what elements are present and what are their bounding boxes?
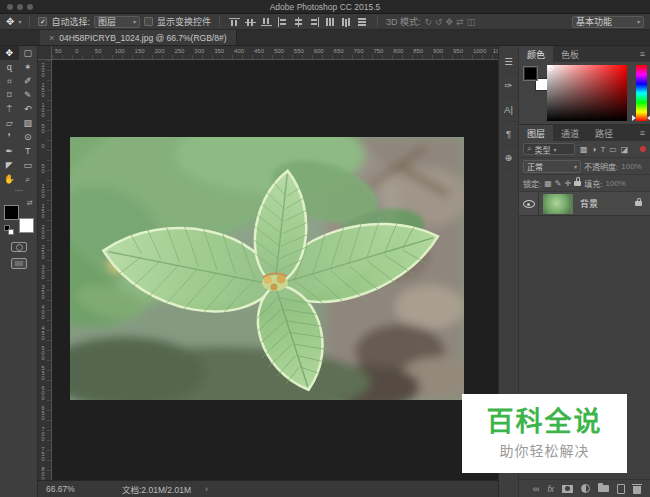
foreground-color-swatch[interactable]	[4, 205, 19, 220]
tab-layers[interactable]: 图层	[519, 125, 553, 141]
tab-paths[interactable]: 路径	[587, 125, 621, 141]
opacity-value[interactable]: 100%	[621, 162, 641, 171]
filter-adjustment-layers-icon[interactable]: ◑	[592, 145, 597, 154]
saturation-brightness-square[interactable]	[547, 65, 627, 121]
filter-toggle-button[interactable]	[640, 146, 646, 152]
new-layer-icon[interactable]	[617, 484, 625, 494]
panel-menu-icon[interactable]: ≡	[635, 125, 650, 141]
rectangular-marquee-tool[interactable]: ▢	[19, 46, 38, 60]
paragraph-panel-icon[interactable]: ¶	[499, 122, 518, 146]
panel-menu-icon[interactable]: ≡	[635, 46, 650, 62]
horizontal-ruler[interactable]: 5005010015020025030035040045050055060065…	[52, 46, 498, 60]
close-window-button[interactable]	[7, 4, 13, 10]
dodge-tool[interactable]: ⊙	[19, 130, 38, 144]
swap-colors-icon[interactable]: ⇄	[27, 199, 33, 207]
blur-tool[interactable]: ❜	[0, 130, 19, 144]
auto-select-checkbox[interactable]: ✓	[38, 17, 47, 26]
lasso-tool[interactable]: ɋ	[0, 60, 19, 74]
3d-pan-icon: ✥	[446, 17, 454, 27]
crop-tool[interactable]: ⌗	[0, 74, 19, 88]
vertical-ruler[interactable]: 2001501005005010015020025030035040045050…	[38, 60, 52, 480]
ruler-tick-label: 0	[40, 143, 46, 148]
new-group-icon[interactable]	[598, 485, 609, 492]
clone-stamp-tool[interactable]: ⍑	[0, 102, 19, 116]
tab-swatches[interactable]: 色板	[553, 46, 587, 62]
layer-thumbnail[interactable]	[543, 194, 573, 214]
tab-channels[interactable]: 通道	[553, 125, 587, 141]
ruler-tick-label: 400	[40, 304, 46, 319]
hue-slider[interactable]	[636, 65, 647, 121]
delete-layer-icon[interactable]	[633, 486, 641, 494]
lock-position-icon[interactable]: ✛	[565, 179, 572, 188]
ruler-tick-label: 150	[135, 48, 145, 54]
eyedropper-tool[interactable]: ✐	[19, 74, 38, 88]
lock-transparent-pixels-icon[interactable]: ▦	[544, 179, 552, 188]
distribute-center-icon[interactable]	[340, 16, 353, 28]
layer-row-background[interactable]: 背景	[519, 192, 650, 216]
blend-mode-dropdown[interactable]: 正常 ▾	[523, 160, 581, 173]
type-tool[interactable]: T	[19, 144, 38, 158]
zoom-window-button[interactable]	[27, 4, 33, 10]
character-panel-icon[interactable]: A|	[499, 98, 518, 122]
more-tools-icon[interactable]: ⋯	[0, 186, 37, 197]
foreground-color-swatch[interactable]	[524, 67, 537, 80]
hand-tool[interactable]: ✋	[0, 172, 19, 186]
filter-smart-objects-icon[interactable]: ◪	[621, 145, 629, 154]
move-tool[interactable]: ✥	[0, 46, 19, 60]
distribute-vertical-icon[interactable]	[356, 16, 369, 28]
status-bar: 66.67% 文档:2.01M/2.01M ›	[38, 480, 498, 497]
adjustments-panel-icon[interactable]: ☰	[499, 50, 518, 74]
brush-tool[interactable]: ✎	[19, 88, 38, 102]
ruler-corner[interactable]	[38, 46, 52, 60]
status-chevron-icon[interactable]: ›	[205, 484, 208, 494]
screen-mode-button[interactable]	[11, 258, 27, 269]
path-selection-tool[interactable]: ◤	[0, 158, 19, 172]
3d-panel-icon[interactable]: ⊕	[499, 146, 518, 170]
eraser-tool[interactable]: ▱	[0, 116, 19, 130]
filter-pixel-layers-icon[interactable]: ▩	[580, 145, 588, 154]
default-colors-icon[interactable]	[4, 225, 14, 235]
lock-image-pixels-icon[interactable]: ✎	[555, 179, 562, 188]
background-color-swatch[interactable]	[19, 218, 34, 233]
window-title: Adobe Photoshop CC 2015.5	[270, 2, 381, 12]
hue-slider-marker[interactable]	[632, 115, 636, 121]
zoom-level-field[interactable]: 66.67%	[46, 484, 104, 494]
filter-shape-layers-icon[interactable]: ▭	[609, 145, 617, 154]
filter-type-layers-icon[interactable]: T	[600, 145, 605, 154]
minimize-window-button[interactable]	[17, 4, 23, 10]
tab-color[interactable]: 颜色	[519, 46, 553, 62]
layer-name: 背景	[580, 197, 598, 210]
pen-tool[interactable]: ✒	[0, 144, 19, 158]
fill-value[interactable]: 100%	[605, 179, 625, 188]
color-picker-marker[interactable]	[548, 66, 553, 71]
layer-style-icon[interactable]: fx	[547, 484, 554, 494]
lock-all-icon[interactable]	[574, 181, 581, 186]
filter-type-dropdown[interactable]: ⌕ 类型 ▾	[523, 143, 575, 155]
magic-wand-tool[interactable]: ✶	[19, 60, 38, 74]
zoom-tool[interactable]: ⌕	[19, 172, 38, 186]
align-vertical-centers-icon[interactable]	[244, 16, 257, 28]
align-right-edges-icon[interactable]	[308, 16, 321, 28]
visibility-toggle[interactable]	[519, 192, 539, 216]
canvas-photo[interactable]	[70, 137, 464, 400]
document-tab[interactable]: × 04H58PICRYB_1024.jpg @ 66.7%(RGB/8#)	[40, 30, 237, 45]
new-adjustment-layer-icon[interactable]	[581, 484, 590, 493]
align-top-edges-icon[interactable]	[228, 16, 241, 28]
link-layers-icon[interactable]: ∞	[533, 484, 539, 494]
align-left-edges-icon[interactable]	[276, 16, 289, 28]
align-horizontal-centers-icon[interactable]	[292, 16, 305, 28]
shape-tool[interactable]: ▭	[19, 158, 38, 172]
brushes-panel-icon[interactable]: ✑	[499, 74, 518, 98]
quick-mask-button[interactable]	[11, 242, 27, 252]
close-document-icon[interactable]: ×	[49, 33, 54, 43]
show-transform-checkbox[interactable]: ✓	[144, 17, 153, 26]
tool-preset-caret-icon[interactable]: ▾	[18, 18, 21, 25]
distribute-left-icon[interactable]	[324, 16, 337, 28]
spot-healing-brush-tool[interactable]: ⌑	[0, 88, 19, 102]
gradient-tool[interactable]: ▧	[19, 116, 38, 130]
history-brush-tool[interactable]: ↶	[19, 102, 38, 116]
auto-select-dropdown[interactable]: 图层 ▾	[94, 16, 140, 28]
add-layer-mask-icon[interactable]	[562, 485, 573, 493]
workspace-dropdown[interactable]: 基本功能 ▾	[572, 16, 644, 28]
align-bottom-edges-icon[interactable]	[260, 16, 273, 28]
